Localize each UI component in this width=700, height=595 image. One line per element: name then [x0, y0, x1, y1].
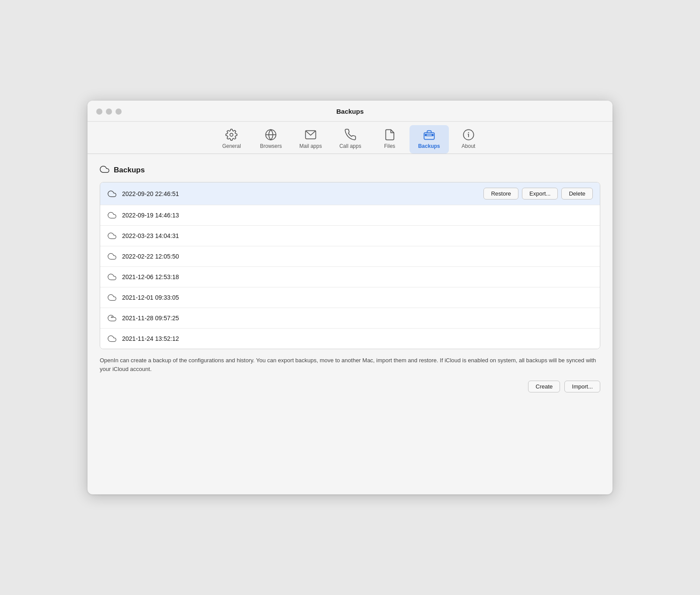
backup-timestamp: 2021-12-06 12:53:18: [122, 273, 593, 280]
tab-browsers[interactable]: Browsers: [251, 125, 290, 154]
restore-button[interactable]: Restore: [483, 188, 518, 200]
backup-row-actions: Restore Export... Delete: [483, 188, 593, 200]
tab-mail-apps[interactable]: Mail apps: [290, 125, 330, 154]
backup-timestamp: 2021-11-24 13:52:12: [122, 335, 593, 342]
app-window: Backups General Browsers: [88, 101, 612, 494]
tab-about[interactable]: About: [449, 125, 488, 154]
backup-row[interactable]: 2021-11-24 13:52:12: [100, 329, 600, 349]
backup-row[interactable]: 2022-09-20 22:46:51 Restore Export... De…: [100, 182, 600, 205]
cloud-icon: [107, 231, 117, 241]
backup-list: 2022-09-20 22:46:51 Restore Export... De…: [100, 182, 600, 349]
cloud-icon: [107, 252, 117, 261]
cloud-icon: [107, 334, 117, 343]
minimize-button[interactable]: [106, 108, 112, 115]
traffic-lights: [96, 108, 122, 115]
tab-browsers-label: Browsers: [260, 143, 282, 149]
backup-row[interactable]: 2021-11-28 09:57:25: [100, 308, 600, 329]
section-cloud-icon: [100, 164, 109, 176]
title-bar: Backups: [88, 101, 612, 122]
cloud-icon: [107, 189, 117, 199]
cloud-icon: [107, 293, 117, 302]
backup-timestamp: 2022-02-22 12:05:50: [122, 253, 593, 260]
maximize-button[interactable]: [116, 108, 122, 115]
delete-button[interactable]: Delete: [561, 188, 593, 200]
tab-about-label: About: [462, 143, 475, 149]
backup-row[interactable]: 2021-12-01 09:33:05: [100, 287, 600, 308]
tab-files-label: Files: [384, 143, 395, 149]
info-icon: [462, 129, 475, 141]
backup-timestamp: 2022-09-19 14:46:13: [122, 212, 593, 219]
tab-backups-label: Backups: [418, 143, 440, 149]
gear-icon: [225, 129, 238, 141]
backup-timestamp: 2022-03-23 14:04:31: [122, 232, 593, 239]
close-button[interactable]: [96, 108, 102, 115]
backup-timestamp: 2021-11-28 09:57:25: [122, 315, 593, 322]
export-button[interactable]: Export...: [522, 188, 558, 200]
backup-timestamp: 2021-12-01 09:33:05: [122, 294, 593, 301]
toolbar: General Browsers Mail apps: [88, 122, 612, 154]
content-area: Backups 2022-09-20 22:46:51 Restore Expo…: [88, 154, 612, 403]
cloud-icon: [107, 210, 117, 220]
globe-icon: [265, 129, 277, 141]
tab-files[interactable]: Files: [370, 125, 410, 154]
description-text: OpenIn can create a backup of the config…: [100, 356, 600, 374]
backup-row[interactable]: 2021-12-06 12:53:18: [100, 267, 600, 287]
cloud-icon: [107, 272, 117, 282]
backup-timestamp: 2022-09-20 22:46:51: [122, 190, 483, 197]
backup-row[interactable]: 2022-03-23 14:04:31: [100, 226, 600, 246]
backups-icon: [423, 129, 435, 141]
import-button[interactable]: Import...: [564, 381, 600, 392]
section-header: Backups: [100, 164, 600, 176]
section-title: Backups: [114, 166, 145, 175]
tab-backups[interactable]: Backups: [410, 125, 449, 154]
create-button[interactable]: Create: [528, 381, 560, 392]
file-icon: [384, 129, 396, 141]
tab-call-apps-label: Call apps: [340, 143, 361, 149]
backup-row[interactable]: 2022-02-22 12:05:50: [100, 246, 600, 267]
tab-call-apps[interactable]: Call apps: [331, 125, 370, 154]
mail-icon: [304, 129, 317, 141]
bottom-actions: Create Import...: [100, 381, 600, 392]
window-title: Backups: [96, 108, 604, 121]
svg-point-0: [230, 133, 233, 136]
tab-general[interactable]: General: [212, 125, 251, 154]
cloud-upload-icon: [107, 313, 117, 323]
tab-general-label: General: [222, 143, 241, 149]
backup-row[interactable]: 2022-09-19 14:46:13: [100, 205, 600, 226]
phone-icon: [344, 129, 357, 141]
tab-mail-apps-label: Mail apps: [299, 143, 322, 149]
